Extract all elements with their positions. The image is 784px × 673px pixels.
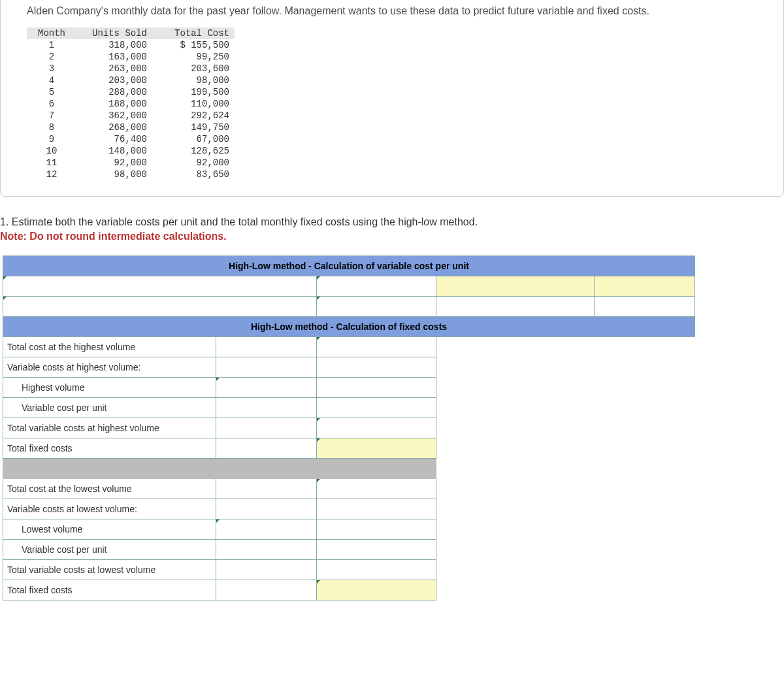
fc-varlow-b[interactable] xyxy=(317,499,436,519)
fc-tvchigh-b[interactable] xyxy=(317,418,436,438)
label-fixed-1: Total fixed costs xyxy=(3,438,216,459)
data-units: 318,000 xyxy=(76,39,152,51)
fc-low-total-b[interactable] xyxy=(317,479,436,499)
data-month: 5 xyxy=(27,86,76,98)
label-fixed-2: Total fixed costs xyxy=(3,580,216,600)
data-units: 263,000 xyxy=(76,63,152,74)
data-units: 203,000 xyxy=(76,74,152,86)
fc-varhigh-b[interactable] xyxy=(317,357,436,378)
note-text: Note: Do not round intermediate calculat… xyxy=(0,231,784,242)
label-low-vol: Lowest volume xyxy=(3,519,216,540)
data-units: 148,000 xyxy=(76,145,152,157)
data-cost: 292,624 xyxy=(152,110,235,122)
data-cost: 128,625 xyxy=(152,145,235,157)
fc-tvclow-a[interactable] xyxy=(216,560,316,580)
fc-highvol-b[interactable] xyxy=(317,378,436,398)
label-high-vol: Highest volume xyxy=(3,378,216,398)
label-var-high: Variable costs at highest volume: xyxy=(3,357,216,378)
data-month: 7 xyxy=(27,110,76,122)
worksheet-table: High-Low method - Calculation of variabl… xyxy=(3,255,695,600)
fc-fixed2-a[interactable] xyxy=(216,580,316,600)
fc-vcpu1-b[interactable] xyxy=(317,398,436,418)
data-cost: $ 155,500 xyxy=(152,39,235,51)
col-header-cost: Total Cost xyxy=(152,27,235,39)
fc-high-total-b[interactable] xyxy=(317,337,436,357)
section-header-fixed: High-Low method - Calculation of fixed c… xyxy=(3,317,695,337)
data-month: 4 xyxy=(27,74,76,86)
data-month: 1 xyxy=(27,39,76,51)
label-tvc-high: Total variable costs at highest volume xyxy=(3,418,216,438)
question-text: 1. Estimate both the variable costs per … xyxy=(0,216,784,228)
data-cost: 67,000 xyxy=(152,133,235,145)
vc-desc-2[interactable] xyxy=(3,297,317,317)
separator-row xyxy=(3,459,436,479)
data-month: 8 xyxy=(27,122,76,133)
data-units: 188,000 xyxy=(76,98,152,110)
data-month: 12 xyxy=(27,169,76,180)
vc-val-1b[interactable] xyxy=(436,276,594,297)
data-units: 163,000 xyxy=(76,51,152,63)
data-units: 76,400 xyxy=(76,133,152,145)
label-tvc-low: Total variable costs at lowest volume xyxy=(3,560,216,580)
fc-fixed1-a[interactable] xyxy=(216,438,316,459)
fc-varlow-a[interactable] xyxy=(216,499,316,519)
label-total-high: Total cost at the highest volume xyxy=(3,337,216,357)
data-cost: 203,600 xyxy=(152,63,235,74)
data-month: 2 xyxy=(27,51,76,63)
data-month: 3 xyxy=(27,63,76,74)
vc-val-1a[interactable] xyxy=(317,276,436,297)
label-var-low: Variable costs at lowest volume: xyxy=(3,499,216,519)
data-cost: 99,250 xyxy=(152,51,235,63)
section-header-variable: High-Low method - Calculation of variabl… xyxy=(3,256,695,276)
data-month: 9 xyxy=(27,133,76,145)
data-cost: 199,500 xyxy=(152,86,235,98)
fc-fixed2-b[interactable] xyxy=(317,580,436,600)
data-cost: 98,000 xyxy=(152,74,235,86)
fc-vcpu2-a[interactable] xyxy=(216,540,316,560)
data-cost: 149,750 xyxy=(152,122,235,133)
vc-val-1c[interactable] xyxy=(594,276,695,297)
data-cost: 83,650 xyxy=(152,169,235,180)
fc-highvol-a[interactable] xyxy=(216,378,316,398)
vc-val-2b[interactable] xyxy=(436,297,594,317)
fc-tvchigh-a[interactable] xyxy=(216,418,316,438)
vc-val-2c[interactable] xyxy=(594,297,695,317)
fc-lowvol-b[interactable] xyxy=(317,519,436,540)
data-cost: 92,000 xyxy=(152,157,235,169)
monthly-data-table: Month Units Sold Total Cost 1318,000$ 15… xyxy=(27,27,235,180)
fc-low-total-a[interactable] xyxy=(216,479,316,499)
data-month: 10 xyxy=(27,145,76,157)
data-units: 92,000 xyxy=(76,157,152,169)
data-units: 362,000 xyxy=(76,110,152,122)
label-total-low: Total cost at the lowest volume xyxy=(3,479,216,499)
data-cost: 110,000 xyxy=(152,98,235,110)
fc-vcpu2-b[interactable] xyxy=(317,540,436,560)
data-units: 98,000 xyxy=(76,169,152,180)
fc-fixed1-b[interactable] xyxy=(317,438,436,459)
intro-text: Alden Company's monthly data for the pas… xyxy=(27,5,757,17)
fc-high-total-a[interactable] xyxy=(216,337,316,357)
fc-lowvol-a[interactable] xyxy=(216,519,316,540)
data-units: 288,000 xyxy=(76,86,152,98)
fc-tvclow-b[interactable] xyxy=(317,560,436,580)
fc-vcpu1-a[interactable] xyxy=(216,398,316,418)
vc-desc-1[interactable] xyxy=(3,276,317,297)
fc-varhigh-a[interactable] xyxy=(216,357,316,378)
problem-context: Alden Company's monthly data for the pas… xyxy=(0,0,784,197)
data-units: 268,000 xyxy=(76,122,152,133)
data-month: 6 xyxy=(27,98,76,110)
vc-val-2a[interactable] xyxy=(317,297,436,317)
col-header-units: Units Sold xyxy=(76,27,152,39)
label-vcpu-2: Variable cost per unit xyxy=(3,540,216,560)
col-header-month: Month xyxy=(27,27,76,39)
data-month: 11 xyxy=(27,157,76,169)
label-vcpu-1: Variable cost per unit xyxy=(3,398,216,418)
